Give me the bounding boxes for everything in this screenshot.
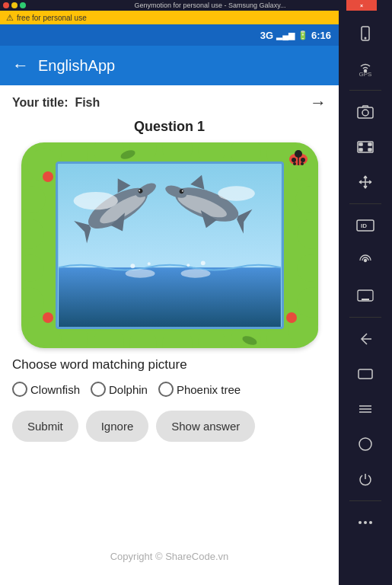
svg-point-3 [129, 142, 157, 162]
svg-point-19 [21, 219, 44, 249]
ladybug-decoration [288, 149, 309, 165]
svg-point-24 [297, 254, 318, 282]
phone-icon[interactable] [350, 18, 381, 49]
right-toolbar: GPS ID [339, 11, 392, 585]
svg-rect-39 [59, 267, 281, 327]
network-indicator: 3G [260, 30, 273, 41]
next-arrow[interactable]: → [310, 93, 327, 113]
title-label: Your title: [12, 96, 68, 109]
svg-point-56 [125, 269, 155, 278]
svg-point-61 [200, 261, 205, 265]
radio-phoenix[interactable]: Phoenix tree [158, 382, 241, 397]
svg-point-13 [162, 328, 193, 348]
ignore-button[interactable]: Ignore [86, 411, 149, 442]
svg-point-63 [218, 186, 255, 200]
film-icon[interactable] [350, 132, 381, 162]
svg-point-35 [301, 158, 305, 162]
svg-point-57 [180, 269, 210, 278]
notification-text: free for personal use [17, 14, 87, 22]
svg-point-60 [186, 264, 190, 267]
answer-options: Clownfish Dolphin Phoenix tree [12, 382, 327, 397]
window-chrome: Genymotion for personal use - Samsung Ga… [0, 0, 392, 11]
notification-bar: ⚠ free for personal use [0, 11, 339, 24]
svg-point-30 [241, 334, 257, 347]
keyboard-icon[interactable] [350, 280, 381, 311]
radio-clownfish[interactable]: Clownfish [12, 382, 80, 397]
more-options-icon[interactable] [350, 507, 381, 538]
svg-point-36 [293, 162, 296, 165]
clock: 6:16 [311, 30, 331, 41]
svg-point-25 [297, 287, 318, 318]
wifi-icon[interactable]: GPS [350, 53, 381, 84]
title-value: Fish [75, 96, 100, 109]
label-phoenix: Phoenix tree [177, 383, 241, 396]
camera-icon[interactable] [350, 97, 381, 127]
back-button[interactable]: ← [12, 56, 29, 75]
svg-point-20 [21, 254, 44, 282]
svg-point-14 [198, 328, 225, 348]
radio-circle-phoenix[interactable] [158, 382, 174, 397]
svg-point-26 [43, 312, 53, 323]
svg-point-59 [147, 262, 150, 265]
divider-3 [349, 317, 381, 318]
circle-nav-icon[interactable] [350, 429, 381, 459]
main-content: Your title: Fish → Question 1 [0, 85, 339, 585]
svg-point-5 [198, 142, 225, 164]
minimize-dot[interactable] [11, 2, 18, 8]
svg-point-76 [365, 260, 367, 262]
divider-1 [349, 90, 381, 91]
phone-frame: ⚠ free for personal use 3G ▂▄▆ 🔋 6:16 ← … [0, 11, 339, 585]
svg-text:ID: ID [361, 222, 367, 229]
copyright-text: Copyright © ShareCode.vn [0, 551, 339, 562]
title-row: Your title: Fish → [12, 93, 327, 113]
maximize-dot[interactable] [20, 2, 26, 8]
label-clownfish: Clownfish [30, 383, 80, 396]
power-icon[interactable] [350, 464, 381, 494]
svg-point-11 [94, 327, 124, 348]
question-label: Question 1 [12, 119, 327, 135]
gps-label: GPS [359, 71, 372, 78]
back-nav-icon[interactable] [350, 324, 381, 354]
radio-dolphin[interactable]: Dolphin [91, 382, 148, 397]
svg-point-18 [21, 186, 46, 213]
app-title: EnglishApp [38, 57, 115, 75]
svg-point-23 [297, 219, 318, 249]
window-title: Genymotion for personal use - Samsung Ga… [31, 2, 389, 9]
dolphin-scene-svg [58, 164, 282, 327]
home-nav-icon[interactable] [350, 359, 381, 389]
action-buttons: Submit Ignore Show answer [12, 411, 327, 442]
svg-point-93 [369, 521, 372, 524]
id-icon[interactable]: ID [350, 210, 381, 241]
svg-point-91 [359, 521, 362, 524]
radio-circle-dolphin[interactable] [91, 382, 106, 397]
svg-point-21 [21, 287, 44, 318]
svg-point-58 [130, 264, 135, 268]
submit-button[interactable]: Submit [12, 411, 78, 442]
divider-4 [349, 500, 381, 501]
title-display: Your title: Fish [12, 96, 100, 110]
image-frame [21, 142, 318, 348]
svg-rect-73 [368, 149, 371, 151]
menu-nav-icon[interactable] [350, 394, 381, 424]
svg-point-34 [292, 158, 296, 162]
svg-point-17 [288, 314, 318, 344]
signal-bars: ▂▄▆ [276, 30, 295, 40]
close-dot[interactable] [3, 2, 9, 8]
signal-icon[interactable] [350, 245, 381, 276]
svg-point-68 [362, 110, 368, 116]
radio-circle-clownfish[interactable] [12, 382, 27, 397]
move-icon[interactable] [350, 167, 381, 197]
show-answer-button[interactable]: Show answer [156, 411, 255, 442]
svg-point-29 [119, 149, 135, 161]
svg-point-27 [286, 312, 297, 323]
svg-rect-86 [359, 369, 372, 379]
instruction-text: Choose word matching picture [12, 357, 327, 372]
svg-point-22 [295, 186, 318, 213]
battery-icon: 🔋 [298, 30, 308, 40]
svg-point-62 [73, 192, 117, 209]
label-dolphin: Dolphin [109, 383, 148, 396]
warning-icon: ⚠ [6, 13, 14, 23]
svg-point-12 [129, 330, 157, 348]
app-bar: ← EnglishApp [0, 46, 339, 85]
status-bar: 3G ▂▄▆ 🔋 6:16 [0, 24, 339, 46]
